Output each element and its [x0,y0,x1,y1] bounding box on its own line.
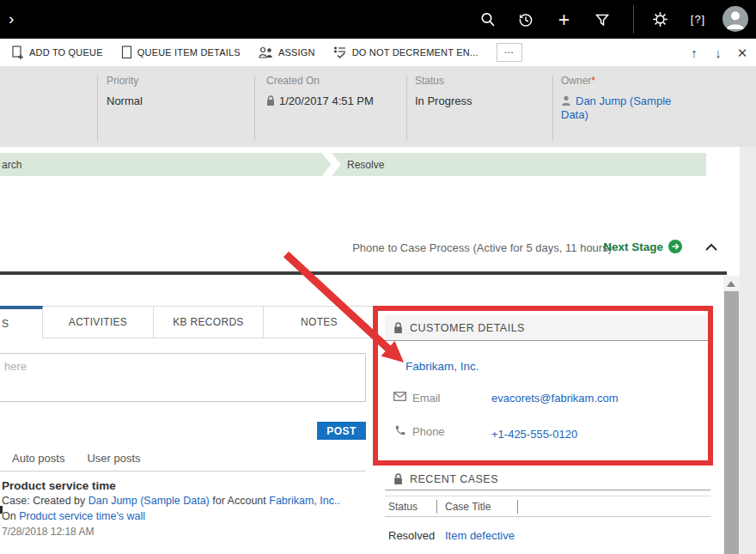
priority-label: Priority [107,75,143,87]
arrow-up-icon: ↑ [691,46,698,60]
recently-viewed-button[interactable] [512,6,539,33]
lock-icon [393,322,403,334]
email-icon [393,392,406,401]
next-stage-button[interactable]: Next Stage [603,240,682,253]
post-author-link[interactable]: Dan Jump (Sample Data) [88,495,210,507]
column-header-status[interactable]: Status [388,501,418,513]
scrollbar-up-arrow[interactable] [727,281,735,287]
top-nav-bar: › + [0,0,756,39]
recent-cases-grid-top-border [385,496,710,496]
column-divider [517,500,518,514]
process-info-row: Phone to Case Process (Active for 5 days… [0,239,727,259]
recent-cases-grid-header-border [385,516,710,517]
lock-icon [393,473,403,485]
process-panel-bottom-rule [0,271,727,275]
required-asterisk: * [591,75,595,87]
gear-icon [651,10,669,28]
post-wall-line: On Product service time's wall [2,510,371,523]
filter-button[interactable] [588,6,615,33]
help-button[interactable]: [?] [685,6,711,33]
recent-cases-title: RECENT CASES [410,473,498,485]
add-to-queue-icon [11,46,24,59]
user-avatar[interactable] [722,6,748,32]
field-status: Status In Progress [415,75,472,107]
post-wall-link[interactable]: Product service time's wall [19,510,145,522]
close-record-button[interactable]: ✕ [733,39,752,67]
document-icon [121,46,132,59]
post-account-link[interactable]: Fabrikam, Inc.. [269,495,340,507]
do-not-decrement-button[interactable]: DO NOT DECREMENT EN... [333,46,479,59]
plus-icon: + [558,8,570,32]
search-icon [479,11,497,28]
customer-details-header: CUSTOMER DETAILS [385,315,710,341]
customer-company-link[interactable]: Fabrikam, Inc. [405,360,479,373]
queue-item-details-label: QUEUE ITEM DETAILS [137,47,241,58]
tab-notes[interactable]: NOTES [264,306,375,338]
next-stage-label: Next Stage [603,240,663,253]
tab-posts[interactable]: S [0,306,43,338]
assign-people-icon [259,46,273,59]
create-record-button[interactable]: + [551,6,577,33]
priority-value: Normal [107,94,143,107]
checklist-icon [333,46,347,59]
header-divider [406,76,407,141]
record-header: Priority Normal Created On 1/20/2017 4:5… [0,67,756,147]
process-stage-research[interactable]: arch [2,153,21,176]
auto-posts-filter[interactable]: Auto posts [12,452,64,465]
post-composer [0,353,366,402]
funnel-icon [594,11,611,28]
user-posts-filter[interactable]: User posts [87,452,140,465]
column-header-case-title[interactable]: Case Title [445,501,491,513]
business-process-bar: arch Resolve [0,153,706,176]
post-title: Product service time [2,479,371,492]
owner-label: Owner* [561,75,697,87]
email-label: Email [412,392,441,405]
status-value: In Progress [415,94,472,107]
assign-button[interactable]: ASSIGN [259,46,315,59]
created-on-value: 1/20/2017 4:51 PM [279,94,374,107]
email-value-link[interactable]: evacorets@fabrikam.com [491,392,619,405]
wall-filters: Auto posts User posts [12,452,141,465]
more-commands-button[interactable]: … [497,43,522,62]
search-button[interactable] [474,6,501,33]
phone-label: Phone [412,425,445,438]
scrollbar-thumb[interactable] [724,291,739,554]
add-to-queue-button[interactable]: ADD TO QUEUE [11,46,103,59]
post-input[interactable] [0,353,366,402]
tab-activities[interactable]: ACTIVITIES [43,306,154,338]
nav-expand-chevron-icon[interactable]: › [9,9,27,29]
tab-kb-records[interactable]: KB RECORDS [154,306,264,338]
field-priority: Priority Normal [107,75,143,107]
wall-post: Product service time Case: Created by Da… [2,479,371,538]
post-timestamp: 7/28/2018 12:18 AM [2,526,371,538]
queue-item-details-button[interactable]: QUEUE ITEM DETAILS [121,46,241,59]
settings-button[interactable] [647,6,674,33]
right-gutter [740,147,756,554]
lock-icon [266,95,275,107]
stage-chevron-icon [321,153,344,176]
owner-link[interactable]: Dan Jump (Sample Data) [561,94,671,121]
field-owner: Owner* Dan Jump (Sample Data) [561,75,697,122]
phone-value-link[interactable]: +1-425-555-0120 [491,428,577,441]
process-status-text: Phone to Case Process (Active for 5 days… [352,241,612,254]
customer-details-title: CUSTOMER DETAILS [410,322,525,334]
dynamics-crm-case-window: › + [0,0,756,554]
collapse-process-button[interactable] [704,242,720,254]
next-record-button[interactable]: ↓ [709,39,728,67]
process-stage-resolve[interactable]: Resolve [347,153,384,176]
arrow-down-icon: ↓ [715,46,722,60]
add-to-queue-label: ADD TO QUEUE [29,47,103,58]
social-pane-tabs: S ACTIVITIES KB RECORDS NOTES [0,306,375,338]
topbar-separator [633,5,634,33]
field-created-on: Created On 1/20/2017 4:51 PM [266,75,374,107]
do-not-decrement-label: DO NOT DECREMENT EN... [352,47,479,58]
post-button[interactable]: POST [317,422,366,440]
previous-record-button[interactable]: ↑ [685,39,704,67]
wall-divider [0,471,366,472]
next-stage-arrow-icon [668,240,682,253]
command-bar: ADD TO QUEUE QUEUE ITEM DETAILS ASSIGN D… [0,39,756,67]
header-divider [254,76,255,141]
case-title-link[interactable]: Item defective [445,529,515,542]
post-body: Case: Created by Dan Jump (Sample Data) … [2,495,371,508]
created-on-label: Created On [266,75,374,87]
